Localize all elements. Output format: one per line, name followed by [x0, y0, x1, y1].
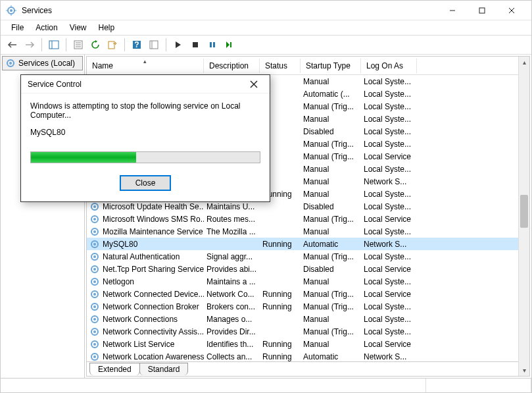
toolbar-separator	[66, 38, 66, 51]
service-startup-type: Manual	[301, 277, 361, 286]
svg-point-26	[9, 62, 12, 65]
tab-standard[interactable]: Standard	[139, 363, 189, 375]
service-logon: Local Syste...	[361, 327, 417, 336]
service-description: The Mozilla ...	[204, 227, 260, 236]
service-logon: Local Syste...	[361, 277, 417, 286]
service-row[interactable]: Network ConnectionsManages o...ManualLoc…	[87, 313, 529, 325]
service-logon: Local Syste...	[361, 190, 417, 199]
svg-point-42	[93, 280, 96, 283]
dialog-close-action-button[interactable]: Close	[120, 175, 172, 191]
menu-help[interactable]: Help	[93, 22, 120, 34]
service-startup-type: Disabled	[301, 202, 361, 211]
service-startup-type: Manual	[301, 190, 361, 199]
service-gear-icon	[89, 301, 100, 312]
service-status: Running	[260, 290, 301, 299]
sort-indicator-icon: ▴	[143, 59, 147, 65]
service-row[interactable]: NetlogonMaintains a ...ManualLocal Syste…	[87, 275, 529, 288]
menubar: File Action View Help	[1, 20, 531, 35]
statusbar	[1, 378, 531, 392]
menu-file[interactable]: File	[6, 22, 29, 34]
service-row[interactable]: Network List ServiceIdentifies th...Runn…	[87, 338, 529, 350]
back-button[interactable]	[5, 37, 20, 53]
service-name: Microsoft Windows SMS Ro...	[103, 215, 204, 224]
tree-item-services-local[interactable]: Services (Local)	[2, 56, 83, 70]
svg-rect-21	[193, 42, 198, 47]
service-status: Running	[260, 340, 301, 349]
service-logon: Network S...	[361, 352, 417, 361]
minimize-button[interactable]	[437, 1, 467, 20]
forward-button[interactable]	[22, 37, 37, 53]
close-button[interactable]	[496, 1, 526, 20]
pause-service-button[interactable]	[205, 37, 220, 53]
svg-point-30	[93, 205, 96, 208]
refresh-button[interactable]	[87, 37, 103, 53]
scroll-down-arrow-icon[interactable]: ▾	[519, 365, 529, 376]
service-startup-type: Manual	[301, 315, 361, 324]
svg-rect-23	[213, 42, 215, 47]
toolbar-separator	[41, 38, 42, 51]
service-status: Running	[260, 352, 301, 361]
service-row[interactable]: MySQL80RunningAutomaticNetwork S...	[87, 238, 529, 250]
service-gear-icon	[89, 327, 100, 337]
column-header-status[interactable]: Status	[260, 59, 301, 73]
service-name: Netlogon	[103, 277, 134, 286]
service-row[interactable]: Network Location AwarenessCollects an...…	[87, 350, 529, 361]
service-name: MySQL80	[103, 240, 137, 249]
menu-view[interactable]: View	[64, 22, 92, 34]
progress-bar-fill	[31, 152, 136, 163]
service-row[interactable]: Network Connected Device...Network Co...…	[87, 288, 529, 300]
svg-point-40	[93, 268, 96, 271]
service-startup-type: Manual	[301, 77, 361, 86]
service-name: Network Connections	[103, 315, 178, 324]
service-row[interactable]: Mozilla Maintenance ServiceThe Mozilla .…	[87, 225, 529, 238]
service-description: Provides abi...	[204, 265, 260, 274]
service-startup-type: Disabled	[301, 127, 361, 136]
menu-action[interactable]: Action	[30, 22, 62, 34]
scrollbar-thumb[interactable]	[520, 195, 528, 228]
service-logon: Local Service	[361, 265, 417, 274]
column-header-startup-type[interactable]: Startup Type	[301, 59, 361, 73]
service-startup-type: Automatic	[301, 352, 361, 361]
service-row[interactable]: Network Connectivity Assis...Provides Di…	[87, 325, 529, 338]
toolbar-misc-button[interactable]	[146, 37, 162, 53]
vertical-scrollbar[interactable]: ▴ ▾	[518, 57, 529, 376]
svg-text:?: ?	[134, 40, 139, 49]
titlebar: Services	[1, 1, 531, 20]
service-description: Collects an...	[204, 352, 260, 361]
start-service-button[interactable]	[170, 37, 186, 53]
show-hide-tree-button[interactable]	[46, 37, 62, 53]
service-logon: Local Service	[361, 215, 417, 224]
maximize-button[interactable]	[467, 1, 496, 20]
service-startup-type: Manual (Trig...	[301, 302, 361, 311]
svg-rect-7	[479, 8, 485, 13]
scroll-up-arrow-icon[interactable]: ▴	[519, 57, 529, 68]
services-app-icon	[6, 5, 16, 16]
service-startup-type: Manual	[301, 227, 361, 236]
service-row[interactable]: Microsoft Windows SMS Ro...Routes mes...…	[87, 213, 529, 225]
properties-button[interactable]	[70, 37, 86, 53]
dialog-close-button[interactable]	[245, 76, 263, 92]
tab-extended[interactable]: Extended	[89, 363, 140, 375]
service-name: Net.Tcp Port Sharing Service	[103, 265, 204, 274]
stop-service-button[interactable]	[187, 37, 203, 53]
service-name: Mozilla Maintenance Service	[103, 227, 203, 236]
service-name: Network List Service	[103, 340, 174, 349]
column-header-description[interactable]: Description	[204, 59, 260, 73]
service-row[interactable]: Net.Tcp Port Sharing ServiceProvides abi…	[87, 263, 529, 275]
svg-point-46	[93, 305, 96, 308]
service-description: Maintains a ...	[204, 277, 260, 286]
svg-point-44	[93, 293, 96, 296]
service-row[interactable]: Network Connection BrokerBrokers con...R…	[87, 300, 529, 313]
help-button[interactable]: ?	[129, 37, 145, 53]
restart-service-button[interactable]	[222, 37, 237, 53]
service-row[interactable]: Natural AuthenticationSignal aggr...Manu…	[87, 250, 529, 263]
service-gear-icon	[89, 276, 100, 287]
column-header-log-on-as[interactable]: Log On As	[361, 59, 417, 73]
export-list-button[interactable]	[105, 37, 120, 53]
svg-rect-10	[49, 41, 59, 49]
service-logon: Local Syste...	[361, 227, 417, 236]
column-header-name[interactable]: Name ▴	[87, 59, 204, 73]
service-description: Manages o...	[204, 315, 260, 324]
service-startup-type: Manual (Trig...	[301, 152, 361, 161]
service-startup-type: Manual (Trig...	[301, 215, 361, 224]
